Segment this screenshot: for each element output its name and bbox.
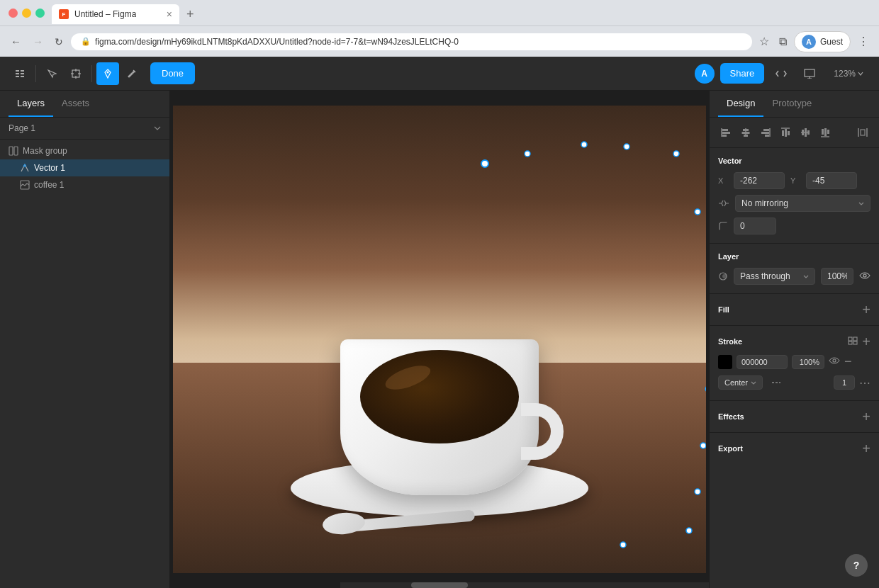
layer-visibility-btn[interactable] [859,271,870,282]
layer-item-coffee1[interactable]: coffee 1 [0,176,169,193]
distribute-btn[interactable] [853,123,872,142]
code-view-btn[interactable] [770,62,793,85]
canvas[interactable] [170,91,709,588]
svg-rect-0 [16,70,19,72]
align-middle-v-btn[interactable] [796,123,814,142]
add-export-btn[interactable]: + [862,441,870,456]
stroke-remove-btn[interactable]: − [844,354,852,369]
svg-point-17 [24,165,26,167]
right-panel-tabs: Design Prototype [710,91,879,118]
guest-label: Guest [820,37,843,47]
stroke-detail-row: Center ⋯ [718,373,870,392]
svg-rect-59 [861,130,865,135]
scrollbar-thumb-h[interactable] [411,582,468,588]
pencil-tool-btn[interactable] [121,62,143,85]
zoom-btn[interactable]: 123% [827,64,870,83]
design-tab[interactable]: Design [718,91,763,117]
add-stroke-btn[interactable]: + [862,334,870,349]
address-bar[interactable]: 🔒 figma.com/design/mHy69ikdLNTMt8pKdADXX… [71,33,752,50]
coffee-background [173,106,706,573]
layers-list: Mask group Vector 1 coffee 1 [0,140,169,588]
left-panel-tabs: Layers Assets [0,91,169,118]
stroke-color-row: − [718,354,870,369]
close-window-btn[interactable] [9,9,18,18]
pen-tool-btn[interactable] [96,62,119,85]
new-tab-btn[interactable]: + [181,4,200,24]
browser-menu-btn[interactable]: ⋮ [855,32,872,51]
back-btn[interactable]: ← [7,33,25,50]
stroke-color-swatch[interactable] [718,355,732,369]
forward-btn[interactable]: → [29,33,47,50]
canvas-content [173,106,706,573]
vector-section-title: Vector [718,157,870,165]
figma-favicon: F [59,9,69,19]
reload-btn[interactable]: ↻ [51,33,67,50]
vector-icon [20,163,30,173]
stroke-width-input[interactable] [834,375,855,390]
maximize-window-btn[interactable] [35,9,45,18]
move-tool-btn[interactable] [40,62,63,85]
svg-rect-45 [782,130,784,136]
layer-section-title: Layer [718,252,870,261]
align-top-btn[interactable] [776,123,795,142]
tab-close-btn[interactable]: × [167,9,172,20]
frame-tool-btn[interactable] [65,62,87,85]
svg-rect-1 [16,73,19,74]
corner-icon [718,221,728,231]
svg-rect-41 [763,129,769,131]
corner-input[interactable] [734,217,776,234]
share-btn[interactable]: Share [720,63,765,84]
extensions-btn[interactable]: ⧉ [776,33,790,51]
align-left-btn[interactable] [717,123,735,142]
fill-section-header: Fill + [718,303,870,317]
x-input[interactable] [734,172,785,189]
main-menu-btn[interactable] [9,62,31,85]
svg-rect-15 [9,147,13,155]
svg-rect-12 [805,69,814,77]
layer-item-mask-group[interactable]: Mask group [0,142,169,159]
canvas-scrollbar-h[interactable] [340,582,709,588]
svg-point-62 [863,274,866,277]
export-section-header: Export + [718,441,870,456]
stroke-color-input[interactable] [737,355,788,369]
present-btn[interactable] [798,62,821,85]
align-bottom-btn[interactable] [816,123,834,142]
svg-point-67 [833,359,836,362]
page-selector[interactable]: Page 1 [0,118,169,140]
stroke-options-btn[interactable]: ⋯ [859,376,870,390]
stroke-position-select[interactable]: Center [718,375,763,390]
stroke-section-title: Stroke [718,337,742,346]
blend-mode-icon [718,271,728,281]
stroke-section: Stroke + [710,326,879,401]
guest-profile-btn[interactable]: A Guest [794,31,851,52]
y-label: Y [790,176,800,185]
prototype-tab[interactable]: Prototype [763,91,820,117]
align-right-btn[interactable] [756,123,775,142]
mirroring-select[interactable]: No mirroring [735,195,870,212]
layer-item-vector1[interactable]: Vector 1 [0,159,169,176]
minimize-window-btn[interactable] [22,9,31,18]
stroke-dash-btn[interactable] [767,373,785,392]
done-btn[interactable]: Done [150,62,195,84]
svg-rect-5 [21,76,24,77]
toolbar-left: Done [9,62,195,85]
blend-mode-select[interactable]: Pass through [734,268,815,285]
xy-row: X Y [718,172,870,189]
align-center-h-btn[interactable] [737,123,755,142]
toolbar-sep-1 [35,65,36,82]
stroke-opacity-input[interactable] [792,355,824,369]
svg-rect-63 [849,337,852,341]
y-input[interactable] [806,172,857,189]
layers-tab[interactable]: Layers [9,91,53,117]
bookmark-btn[interactable]: ☆ [756,32,772,51]
mask-icon [9,146,18,156]
toolbar-sep-2 [91,65,92,82]
help-btn[interactable]: ? [845,554,868,577]
stroke-view-btn[interactable] [848,337,858,347]
opacity-input[interactable] [821,268,853,285]
add-fill-btn[interactable]: + [862,303,870,317]
active-tab[interactable]: F Untitled – Figma × [52,4,179,24]
stroke-visibility-btn[interactable] [829,356,840,367]
add-effect-btn[interactable]: + [862,409,870,424]
assets-tab[interactable]: Assets [53,91,98,117]
